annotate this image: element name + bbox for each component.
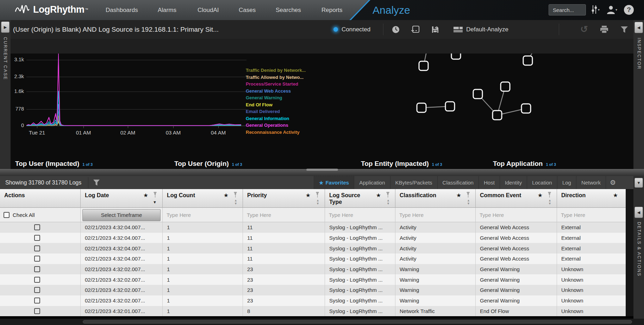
pin-column-icon[interactable] bbox=[233, 192, 238, 198]
legend-item-general-web-access[interactable]: General Web Access bbox=[246, 88, 306, 95]
table-row[interactable]: 02/21/2023 4:32:02.007...123Syslog - Log… bbox=[0, 285, 626, 295]
sort-toggle-icons[interactable]: ▲▼ bbox=[387, 199, 390, 205]
pin-column-icon[interactable] bbox=[153, 192, 157, 198]
table-row[interactable]: 02/21/2023 4:32:02.007...123Syslog - Log… bbox=[0, 295, 626, 306]
sort-toggle-icons[interactable]: ▲▼ bbox=[548, 199, 551, 205]
filter-input-classification[interactable] bbox=[395, 208, 475, 222]
column-header-priority[interactable]: Priority★▲▼ bbox=[243, 189, 325, 208]
graph-node[interactable] bbox=[493, 111, 502, 120]
table-row[interactable]: 02/21/2023 4:32:02.007...123Syslog - Log… bbox=[0, 274, 626, 285]
favorite-column-icon[interactable]: ★ bbox=[306, 192, 311, 199]
pin-column-icon[interactable] bbox=[315, 192, 320, 198]
grid-settings-button[interactable]: ⚙ bbox=[606, 176, 620, 189]
grid-tab-host[interactable]: Host bbox=[479, 176, 500, 189]
help-icon[interactable]: ? bbox=[624, 5, 634, 15]
nav-item-alarms[interactable]: Alarms bbox=[158, 0, 176, 20]
sort-toggle-icons[interactable]: ▲▼ bbox=[467, 199, 470, 205]
column-header-classification[interactable]: Classification★▲▼ bbox=[395, 189, 475, 208]
collapse-grid-button[interactable]: ▼ bbox=[634, 178, 643, 188]
widget-pager[interactable]: 1 of 3 bbox=[546, 162, 556, 167]
nav-item-searches[interactable]: Searches bbox=[276, 0, 301, 20]
pin-column-icon[interactable] bbox=[466, 192, 470, 198]
table-vertical-scrollbar[interactable] bbox=[626, 189, 633, 316]
legend-item-traffic-allowed-by-netwo[interactable]: Traffic Allowed by Netwo... bbox=[246, 74, 306, 81]
legend-item-reconnaissance-activity[interactable]: Reconnaissance Activity bbox=[246, 129, 306, 136]
grid-tab-application[interactable]: Application bbox=[354, 176, 390, 189]
series-traffic-allowed-by-netwo[interactable] bbox=[26, 121, 241, 126]
nav-item-reports[interactable]: Reports bbox=[321, 0, 343, 20]
legend-item-general-operations[interactable]: General Operations bbox=[246, 122, 306, 129]
sort-toggle-icons[interactable]: ▲▼ bbox=[234, 199, 237, 205]
expand-current-case-button[interactable]: ▶ bbox=[1, 21, 10, 33]
filter-button[interactable] bbox=[620, 20, 628, 39]
favorite-column-icon[interactable]: ★ bbox=[613, 192, 618, 199]
legend-item-email-delivered[interactable]: Email Delivered bbox=[246, 108, 306, 115]
row-checkbox[interactable] bbox=[34, 266, 40, 272]
table-row[interactable]: 02/21/2023 4:32:01.007...18Syslog - LogR… bbox=[0, 306, 626, 317]
table-row[interactable]: 02/21/2023 4:32:04.007...111Syslog - Log… bbox=[0, 233, 626, 243]
undo-button[interactable]: ↺ bbox=[580, 20, 588, 39]
row-checkbox[interactable] bbox=[34, 298, 40, 304]
filter-input-log-source-type[interactable] bbox=[325, 208, 395, 222]
row-checkbox[interactable] bbox=[34, 224, 40, 230]
graph-node[interactable] bbox=[521, 104, 531, 113]
column-header-log-source-type[interactable]: Log Source Type★▲▼ bbox=[325, 189, 395, 208]
row-checkbox[interactable] bbox=[34, 245, 40, 251]
logrhythm-logo[interactable]: LogRhythm™ bbox=[15, 4, 88, 15]
expand-details-actions-button[interactable]: ◀ bbox=[634, 207, 643, 218]
grid-filter-button[interactable] bbox=[93, 179, 100, 187]
favorite-column-icon[interactable]: ★ bbox=[224, 192, 229, 199]
widget-pager[interactable]: 1 of 3 bbox=[82, 162, 93, 167]
layout-selector[interactable]: Default-Analyze bbox=[454, 20, 508, 39]
grid-tab-network[interactable]: Network bbox=[576, 176, 606, 189]
preferences-menu[interactable]: ▾ bbox=[591, 5, 600, 14]
grid-tab-favorites[interactable]: ★Favorites bbox=[314, 176, 354, 189]
favorite-column-icon[interactable]: ★ bbox=[143, 192, 148, 199]
sort-desc-icon[interactable]: ▼ bbox=[153, 200, 157, 204]
pin-column-icon[interactable] bbox=[547, 192, 552, 198]
grid-tab-kbytes-packets[interactable]: KBytes/Packets bbox=[390, 176, 437, 189]
legend-item-end-of-flow[interactable]: End Of Flow bbox=[246, 101, 306, 108]
grid-tab-location[interactable]: Location bbox=[527, 176, 557, 189]
horizontal-scrollbar-thumb[interactable] bbox=[83, 320, 632, 324]
nav-item-cloudai[interactable]: CloudAI bbox=[198, 0, 219, 20]
table-row[interactable]: 02/21/2023 4:32:04.007...111Syslog - Log… bbox=[0, 222, 626, 233]
row-checkbox[interactable] bbox=[34, 277, 40, 283]
time-range-button[interactable] bbox=[392, 20, 400, 39]
graph-node[interactable] bbox=[501, 82, 510, 91]
table-row[interactable]: 02/21/2023 4:32:04.007...111Syslog - Log… bbox=[0, 243, 626, 254]
select-timeframe-button[interactable]: Select Timeframe bbox=[82, 209, 161, 221]
graph-node[interactable] bbox=[523, 56, 532, 65]
print-button[interactable] bbox=[600, 20, 609, 39]
favorite-column-icon[interactable]: ★ bbox=[456, 192, 461, 199]
graph-node[interactable] bbox=[445, 102, 455, 111]
legend-item-traffic-denied-by-network[interactable]: Traffic Denied by Network... bbox=[246, 67, 306, 74]
filter-input-priority[interactable] bbox=[243, 208, 325, 222]
row-checkbox[interactable] bbox=[34, 256, 40, 262]
nav-item-dashboards[interactable]: Dashboards bbox=[106, 0, 138, 20]
user-menu[interactable]: ▾ bbox=[606, 5, 617, 14]
column-header-log-date[interactable]: Log Date★▼ bbox=[80, 189, 162, 208]
grid-tab-classification[interactable]: Classification bbox=[437, 176, 479, 189]
node-graph[interactable] bbox=[401, 39, 553, 169]
legend-item-process-service-started[interactable]: Process/Service Started bbox=[246, 81, 306, 88]
column-header-direction[interactable]: Direction★ bbox=[557, 189, 626, 208]
nav-item-analyze-active[interactable]: Analyze bbox=[373, 0, 410, 20]
legend-item-general-warning[interactable]: General Warning bbox=[246, 94, 306, 101]
nav-item-cases[interactable]: Cases bbox=[239, 0, 256, 20]
column-header-common-event[interactable]: Common Event★▲▼ bbox=[475, 189, 557, 208]
grid-tab-log[interactable]: Log bbox=[557, 176, 576, 189]
widget-pager[interactable]: 1 of 3 bbox=[432, 162, 442, 167]
row-checkbox[interactable] bbox=[34, 235, 40, 241]
graph-node[interactable] bbox=[417, 103, 426, 112]
graph-node[interactable] bbox=[419, 61, 428, 70]
save-layout-button[interactable] bbox=[431, 20, 439, 39]
column-header-actions[interactable]: Actions bbox=[0, 189, 80, 208]
sort-toggle-icons[interactable]: ▲▼ bbox=[316, 199, 319, 205]
check-all-checkbox[interactable] bbox=[4, 212, 10, 218]
add-widget-button[interactable] bbox=[411, 20, 420, 39]
column-header-log-count[interactable]: Log Count★▲▼ bbox=[162, 189, 243, 208]
row-checkbox[interactable] bbox=[34, 308, 40, 314]
splitter-handle[interactable] bbox=[306, 169, 338, 171]
graph-node[interactable] bbox=[473, 89, 482, 99]
